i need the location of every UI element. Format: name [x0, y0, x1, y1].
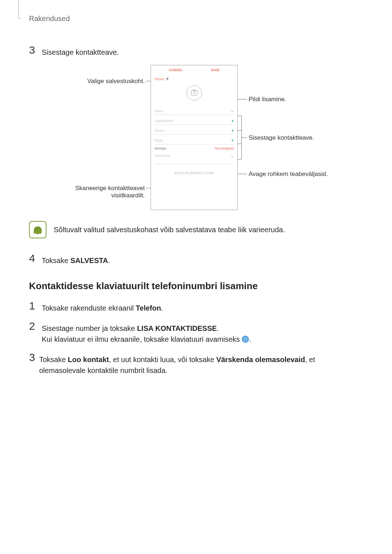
- step-number: 2: [29, 321, 42, 345]
- camera-icon: [191, 90, 197, 95]
- step-text: Sisestage kontaktteave.: [42, 45, 119, 58]
- plus-icon: +: [232, 138, 234, 143]
- field-org: Organisation +: [155, 116, 234, 125]
- field-email: Email +: [155, 136, 234, 144]
- plus-icon: +: [232, 128, 234, 133]
- dialpad-icon: [242, 336, 249, 343]
- chevron-down-icon: ⌄: [230, 108, 234, 113]
- plus-icon: +: [232, 119, 234, 123]
- contact-diagram: Valige salvestuskoht. Skaneerige kontakt…: [29, 65, 363, 210]
- step-text: Toksake Loo kontakt, et uut kontakti luu…: [39, 352, 363, 376]
- save-button: SAVE: [211, 68, 220, 72]
- substep-2: 2 Sisestage number ja toksake LISA KONTA…: [29, 321, 363, 345]
- step-4: 4 Toksake SALVESTA.: [29, 253, 363, 266]
- substep-1: 1 Toksake rakenduste ekraanil Telefon.: [29, 300, 363, 313]
- field-name: Name ⌄: [155, 106, 234, 115]
- step-number: 1: [29, 300, 42, 313]
- storage-selector: Phone ▼: [155, 77, 234, 81]
- step-number: 4: [29, 253, 42, 266]
- note-text: Sõltuvalt valitud salvestuskohast võib s…: [54, 226, 285, 234]
- label-view-more: Avage rohkem teabeväljasid.: [249, 171, 328, 178]
- chevron-down-icon: ▼: [166, 77, 169, 81]
- scan-card-area: SCAN BUSINESS CARD: [155, 164, 234, 176]
- field-groups: Groups Not assigned: [155, 147, 234, 150]
- step-text: Toksake rakenduste ekraanil Telefon.: [42, 300, 163, 313]
- view-more-row: View more ⌄: [155, 154, 234, 159]
- cancel-button: CANCEL: [169, 68, 183, 72]
- page-tab-marker: [18, 0, 21, 19]
- connector-line: [146, 188, 151, 188]
- step-3: 3 Sisestage kontaktteave.: [29, 45, 363, 58]
- phone-mockup: CANCEL SAVE Phone ▼ Name ⌄ Organisation …: [151, 65, 238, 210]
- info-note: Sõltuvalt valitud salvestuskohast võib s…: [29, 221, 363, 238]
- chevron-down-icon: ⌄: [230, 154, 234, 159]
- section-header: Rakendused: [29, 15, 363, 23]
- subheading: Kontaktidesse klaviatuurilt telefoninumb…: [29, 280, 363, 292]
- connector-line: [237, 99, 247, 99]
- bell-icon: [29, 221, 46, 238]
- step-text: Toksake SALVESTA.: [42, 253, 110, 266]
- substep-3: 3 Toksake Loo kontakt, et uut kontakti l…: [29, 352, 363, 376]
- field-phone: Phone +: [155, 126, 234, 135]
- label-enter-info: Sisestage kontaktteave.: [249, 134, 314, 141]
- step-number: 3: [29, 352, 39, 376]
- label-add-image: Pildi lisamine.: [249, 96, 286, 103]
- label-storage: Valige salvestuskoht.: [87, 78, 145, 85]
- add-photo-circle: [187, 85, 202, 100]
- connector-line: [146, 81, 151, 81]
- label-scan: Skaneerige kontaktteavet visiitkaardilt.: [75, 185, 145, 199]
- connector-line: [237, 174, 247, 174]
- step-number: 3: [29, 45, 42, 58]
- step-text: Sisestage number ja toksake LISA KONTAKT…: [42, 321, 251, 345]
